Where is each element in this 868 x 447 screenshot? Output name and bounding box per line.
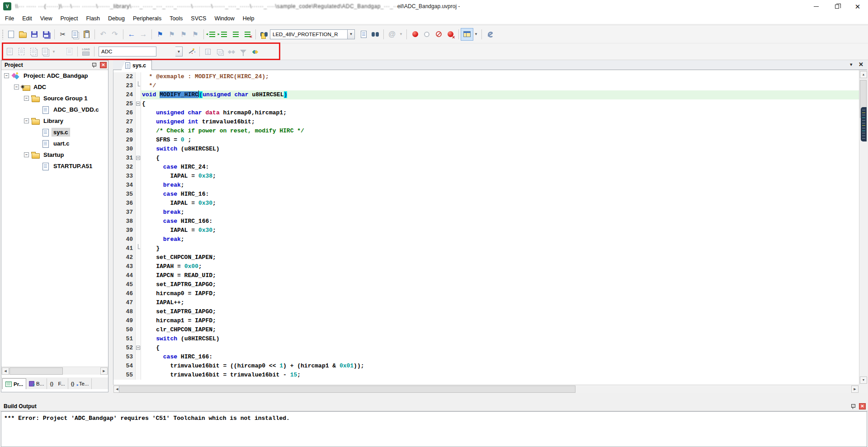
tree-item-project-adc-bandgap[interactable]: −Project: ADC_Bandgap bbox=[1, 70, 108, 81]
code-line-50[interactable]: 50 clr_CHPCON_IAPEN; bbox=[113, 325, 859, 334]
tree-expander-icon[interactable]: − bbox=[14, 85, 19, 89]
editor-hscrollbar[interactable]: ◀ ▶ bbox=[113, 385, 859, 393]
uncomment-selection-button[interactable] bbox=[241, 28, 253, 40]
previous-bookmark-button[interactable]: ⚑ bbox=[166, 28, 178, 40]
batch-build-dropdown[interactable]: ▼ bbox=[51, 46, 57, 57]
menu-svcs[interactable]: SVCS bbox=[187, 14, 210, 24]
enable-breakpoint-button[interactable] bbox=[421, 28, 433, 40]
code-line-46[interactable]: 46 hircmap0 = IAPFD; bbox=[113, 289, 859, 298]
close-button[interactable]: ✕ bbox=[847, 0, 868, 13]
code-line-39[interactable]: 39 IAPAL = 0x30; bbox=[113, 226, 859, 235]
menu-window[interactable]: Window bbox=[210, 14, 238, 24]
restore-button[interactable] bbox=[826, 0, 847, 13]
editor-scroll-right-icon[interactable]: ▶ bbox=[851, 386, 859, 393]
editor-hscroll-thumb[interactable] bbox=[119, 386, 576, 393]
code-line-52[interactable]: 52 { bbox=[113, 343, 859, 353]
save-button[interactable] bbox=[28, 28, 40, 40]
code-line-51[interactable]: 51 switch (u8HIRCSEL) bbox=[113, 334, 859, 343]
code-line-23[interactable]: 23 */ bbox=[113, 81, 859, 90]
fold-margin[interactable] bbox=[135, 154, 141, 163]
toolbar-grip[interactable] bbox=[2, 29, 4, 39]
search-binoculars-button[interactable] bbox=[369, 28, 381, 40]
project-panel-hscrollbar[interactable]: ◀ ▶ bbox=[1, 367, 108, 375]
insert-breakpoint-button[interactable] bbox=[409, 28, 421, 40]
code-line-28[interactable]: 28 /* Check if power on reset, modify HI… bbox=[113, 127, 859, 136]
target-select-combo[interactable]: ADC bbox=[99, 47, 156, 56]
code-line-40[interactable]: 40 break; bbox=[113, 235, 859, 244]
next-bookmark-button[interactable]: ⚑ bbox=[178, 28, 189, 40]
code-line-44[interactable]: 44 IAPCN = READ_UID; bbox=[113, 271, 859, 280]
menu-debug[interactable]: Debug bbox=[104, 14, 129, 24]
code-line-54[interactable]: 54 trimvalue16bit = ((hircmap0 << 1) + (… bbox=[113, 362, 859, 371]
file-extensions-button[interactable] bbox=[214, 46, 226, 57]
translate-button[interactable] bbox=[4, 46, 15, 57]
tree-item-startup-a51[interactable]: STARTUP.A51 bbox=[1, 160, 108, 172]
new-file-button[interactable] bbox=[5, 28, 17, 40]
scroll-up-icon[interactable]: ▲ bbox=[860, 71, 867, 78]
fold-margin[interactable] bbox=[135, 99, 141, 108]
code-line-45[interactable]: 45 set_IAPTRG_IAPGO; bbox=[113, 280, 859, 289]
tree-item-startup[interactable]: −Startup bbox=[1, 149, 108, 160]
save-all-button[interactable] bbox=[40, 28, 52, 40]
scroll-down-icon[interactable]: ▼ bbox=[860, 376, 867, 384]
flash-tool-button[interactable] bbox=[202, 46, 214, 57]
project-panel-hscroll-thumb[interactable] bbox=[9, 367, 63, 375]
search-combo-dropdown[interactable]: ▼ bbox=[348, 29, 355, 39]
code-line-25[interactable]: 25{ bbox=[113, 99, 859, 108]
code-line-32[interactable]: 32 case HIRC_24: bbox=[113, 163, 859, 172]
navigate-forward-button[interactable]: → bbox=[137, 28, 149, 40]
build-button[interactable] bbox=[15, 46, 27, 57]
tab-sys-c[interactable]: sys.c bbox=[121, 60, 152, 70]
tree-item-adc-bg-vdd-c[interactable]: ADC_BG_VDD.c bbox=[1, 104, 108, 115]
kill-breakpoints-button[interactable] bbox=[444, 28, 456, 40]
document-close-icon[interactable]: ✕ bbox=[859, 61, 863, 67]
indent-button[interactable] bbox=[218, 28, 230, 40]
quick-search-button[interactable]: @ bbox=[386, 28, 398, 40]
open-file-button[interactable] bbox=[17, 28, 28, 40]
scroll-left-icon[interactable]: ◀ bbox=[2, 367, 9, 375]
code-line-42[interactable]: 42 set_CHPCON_IAPEN; bbox=[113, 253, 859, 262]
code-line-27[interactable]: 27 unsigned int trimvalue16bit; bbox=[113, 118, 859, 127]
code-line-22[interactable]: 22 * @exmaple : MODIFY_HIRC(HIRC_24); bbox=[113, 72, 859, 81]
window-layout-button[interactable] bbox=[461, 28, 473, 40]
tree-expander-icon[interactable]: − bbox=[24, 118, 29, 123]
menu-tools[interactable]: Tools bbox=[165, 14, 187, 24]
cut-button[interactable]: ✂ bbox=[57, 28, 69, 40]
configuration-button[interactable] bbox=[484, 28, 496, 40]
target-options-button[interactable] bbox=[226, 46, 237, 57]
tree-item-library[interactable]: −Library bbox=[1, 115, 108, 127]
build-output-close-button[interactable]: ✕ bbox=[859, 403, 866, 409]
tree-expander-icon[interactable]: − bbox=[4, 73, 9, 78]
filter-button[interactable] bbox=[237, 46, 249, 57]
code-line-41[interactable]: 41 } bbox=[113, 244, 859, 253]
navigate-back-button[interactable]: ← bbox=[126, 28, 137, 40]
menu-file[interactable]: File bbox=[1, 14, 18, 24]
code-line-47[interactable]: 47 IAPAL++; bbox=[113, 298, 859, 307]
code-line-26[interactable]: 26 unsigned char data hircmap0,hircmap1; bbox=[113, 108, 859, 118]
build-output-log[interactable]: *** Error: Project 'ADC_Bandgap' require… bbox=[1, 411, 867, 447]
workspace-tab-te[interactable]: Te... bbox=[68, 378, 92, 389]
scrollbar-annotation-widget[interactable] bbox=[861, 107, 867, 141]
tree-expander-icon[interactable]: − bbox=[24, 96, 29, 101]
batch-build-button[interactable] bbox=[39, 46, 51, 57]
stop-build-button[interactable] bbox=[63, 46, 75, 57]
tree-item-uart-c[interactable]: uart.c bbox=[1, 138, 108, 149]
code-line-35[interactable]: 35 case HIRC_16: bbox=[113, 190, 859, 199]
code-line-53[interactable]: 53 case HIRC_166: bbox=[113, 353, 859, 362]
code-line-36[interactable]: 36 IAPAL = 0x30; bbox=[113, 199, 859, 208]
project-tree[interactable]: −Project: ADC_Bandgap−ADC−Source Group 1… bbox=[1, 70, 108, 366]
code-line-30[interactable]: 30 switch (u8HIRCSEL) bbox=[113, 145, 859, 154]
menu-help[interactable]: Help bbox=[239, 14, 259, 24]
code-line-31[interactable]: 31 { bbox=[113, 154, 859, 163]
minimize-button[interactable] bbox=[806, 0, 826, 13]
menu-flash[interactable]: Flash bbox=[82, 14, 104, 24]
code-line-38[interactable]: 38 case HIRC_166: bbox=[113, 217, 859, 226]
tab-list-dropdown-icon[interactable]: ▼ bbox=[849, 62, 853, 67]
redo-button[interactable]: ↷ bbox=[109, 28, 121, 40]
code-line-49[interactable]: 49 hircmap1 = IAPFD; bbox=[113, 316, 859, 325]
target-select-dropdown[interactable]: ▼ bbox=[175, 47, 183, 56]
tree-item-adc[interactable]: −ADC bbox=[1, 81, 108, 93]
scroll-right-icon[interactable]: ▶ bbox=[100, 367, 108, 375]
menu-view[interactable]: View bbox=[36, 14, 57, 24]
pin-icon[interactable] bbox=[91, 62, 97, 68]
